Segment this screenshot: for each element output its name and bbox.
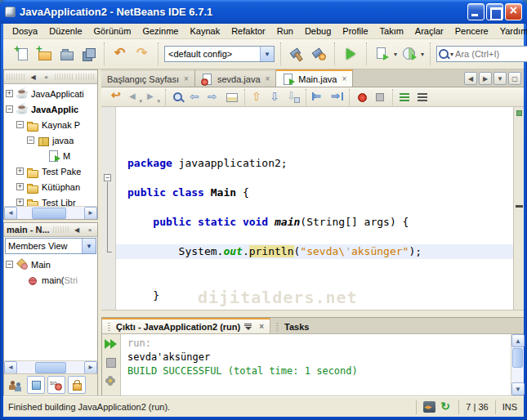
caret-position-mark[interactable]: [516, 205, 523, 208]
project-tree-item-4[interactable]: M: [4, 148, 97, 163]
debug-project-button[interactable]: [373, 44, 392, 64]
collapse-icon[interactable]: −: [6, 105, 13, 113]
menu-item-6[interactable]: Run: [271, 25, 299, 38]
open-project-button[interactable]: [56, 44, 76, 64]
new-project-button[interactable]: [34, 44, 54, 64]
inherited-members-filter-button[interactable]: [7, 376, 25, 394]
code-line-10[interactable]: }: [116, 288, 513, 303]
expand-icon[interactable]: +: [16, 199, 24, 206]
output-options-dropdown-icon[interactable]: [244, 323, 253, 331]
code-line-9[interactable]: [116, 274, 513, 288]
code-area[interactable]: dijitalders.net package javaapplication2…: [116, 107, 513, 310]
scroll-down-icon[interactable]: ▼: [511, 382, 525, 395]
code-line-4[interactable]: [116, 200, 513, 215]
menu-item-11[interactable]: Pencere: [449, 25, 494, 38]
editor-sync-icon[interactable]: [423, 401, 435, 413]
new-file-button[interactable]: [12, 44, 32, 64]
menu-item-12[interactable]: Yardım: [494, 25, 527, 38]
navigator-panel-header[interactable]: main - N... ◀ ×: [4, 223, 97, 237]
record-macro-button[interactable]: [354, 89, 370, 105]
scroll-thumb[interactable]: [35, 362, 66, 373]
menu-item-8[interactable]: Profile: [337, 25, 373, 38]
project-tree-item-3[interactable]: −javaa: [4, 132, 97, 148]
scroll-tabs-right-icon[interactable]: ▶: [479, 72, 492, 85]
tab-close-icon[interactable]: ×: [342, 74, 346, 83]
project-tree-item-7[interactable]: +Test Libr: [4, 194, 97, 206]
show-static-filter-button[interactable]: [47, 376, 65, 394]
output-tab-0[interactable]: Çıktı - JavaApplication2 (run)×: [102, 318, 270, 333]
maximize-editor-icon[interactable]: ▢: [508, 72, 521, 85]
menu-item-1[interactable]: Düzenle: [43, 25, 87, 38]
expand-icon[interactable]: +: [16, 168, 24, 175]
close-button[interactable]: [505, 3, 522, 20]
editor-tab-0[interactable]: Başlangıç Sayfası×: [101, 69, 195, 87]
scroll-track[interactable]: [17, 207, 84, 220]
build-project-button[interactable]: [287, 44, 306, 64]
last-edit-location-button[interactable]: [109, 89, 125, 105]
menu-item-10[interactable]: Araçlar: [409, 25, 449, 38]
uncomment-button[interactable]: [415, 89, 431, 105]
show-fields-filter-button[interactable]: [27, 376, 45, 394]
profile-project-dropdown-icon[interactable]: ▾: [421, 51, 424, 58]
scanning-icon[interactable]: [439, 400, 452, 413]
project-tree-item-2[interactable]: −Kaynak P: [4, 117, 97, 132]
stop-run-button[interactable]: [104, 355, 119, 370]
run-macro-button[interactable]: [372, 89, 388, 105]
editor-tab-2[interactable]: Main.java×: [276, 69, 353, 87]
tab-close-icon[interactable]: ×: [266, 74, 270, 83]
debug-project-dropdown-icon[interactable]: ▾: [394, 51, 397, 58]
expand-icon[interactable]: +: [6, 90, 13, 97]
code-line-1[interactable]: package javaapplication2;: [116, 156, 513, 171]
code-line-7[interactable]: System.out.println("sevda\'aksünger");: [116, 244, 513, 259]
minimize-button[interactable]: [467, 3, 485, 20]
next-occurrence-button[interactable]: [267, 89, 284, 105]
scroll-tabs-left-icon[interactable]: ◀: [464, 72, 477, 85]
tab-close-icon[interactable]: ×: [259, 322, 264, 331]
panel-minimize-icon[interactable]: ◀: [72, 226, 82, 234]
find-previous-button[interactable]: [188, 89, 204, 105]
navigator-view-combo[interactable]: Members View ▼: [5, 238, 96, 254]
find-next-button[interactable]: [206, 89, 222, 105]
menu-item-3[interactable]: Gezinme: [136, 25, 184, 38]
find-selection-button[interactable]: [170, 89, 186, 105]
output-text-area[interactable]: run:sevda'aksüngerBUILD SUCCESSFUL (tota…: [121, 334, 511, 395]
search-dropdown-icon[interactable]: ▾: [450, 51, 453, 58]
project-tree-item-6[interactable]: +Kütüphan: [4, 179, 97, 194]
scroll-left-icon[interactable]: ◄: [4, 207, 17, 220]
project-tree-item-5[interactable]: +Test Pake: [4, 163, 97, 179]
forward-history-button[interactable]: [145, 89, 161, 105]
shift-right-button[interactable]: [328, 89, 345, 105]
menu-item-9[interactable]: Takım: [374, 25, 409, 38]
titlebar[interactable]: JavaApplication2 - NetBeans IDE 6.7.1: [0, 0, 527, 24]
projects-panel-header[interactable]: ◀ ×: [4, 70, 97, 84]
search-input[interactable]: [455, 49, 520, 59]
projects-hscrollbar[interactable]: ◄ ►: [4, 206, 97, 219]
editor-tab-1[interactable]: sevda.java×: [195, 69, 276, 87]
code-line-2[interactable]: [116, 171, 513, 185]
navigator-tree-item-1[interactable]: main(Stri: [4, 272, 97, 288]
menu-item-5[interactable]: Refaktor: [226, 25, 271, 38]
menu-item-7[interactable]: Debug: [299, 25, 337, 38]
config-combo-arrow-icon[interactable]: ▼: [260, 47, 274, 61]
navigator-tree-item-0[interactable]: −Main: [4, 257, 97, 272]
collapse-icon[interactable]: −: [16, 121, 24, 128]
code-line-11[interactable]: [116, 303, 513, 310]
toggle-bookmark-button[interactable]: [285, 89, 301, 105]
undo-button[interactable]: [110, 44, 130, 64]
panel-minimize-icon[interactable]: ◀: [29, 74, 38, 81]
project-tree-item-1[interactable]: −JavaApplic: [4, 101, 97, 117]
menu-item-0[interactable]: Dosya: [7, 25, 43, 38]
redo-button[interactable]: [132, 44, 152, 64]
code-line-6[interactable]: [116, 230, 513, 244]
menu-item-2[interactable]: Görünüm: [88, 25, 137, 38]
show-non-public-filter-button[interactable]: [68, 376, 86, 394]
rerun-button[interactable]: [104, 336, 119, 351]
menu-item-4[interactable]: Kaynak: [184, 25, 226, 38]
scroll-up-icon[interactable]: ▲: [511, 334, 525, 347]
expand-icon[interactable]: +: [16, 183, 24, 190]
navigator-combo-arrow-icon[interactable]: ▼: [82, 239, 96, 253]
panel-close-icon[interactable]: ×: [42, 74, 51, 81]
toggle-highlight-button[interactable]: [224, 89, 240, 105]
panel-close-icon[interactable]: ×: [85, 226, 95, 234]
comment-button[interactable]: [397, 89, 413, 105]
